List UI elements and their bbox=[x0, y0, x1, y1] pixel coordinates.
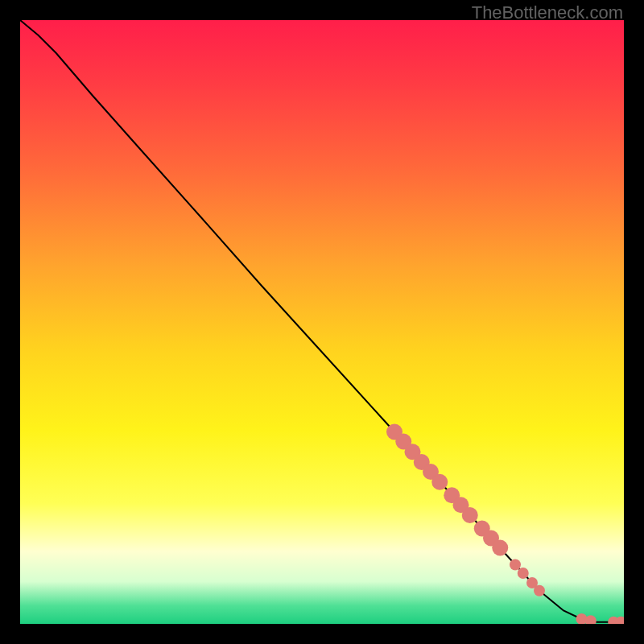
marker-point bbox=[492, 540, 508, 556]
chart-svg bbox=[20, 20, 624, 624]
gradient-background bbox=[20, 20, 624, 624]
marker-point bbox=[431, 474, 448, 490]
marker-point bbox=[534, 585, 545, 597]
marker-point bbox=[518, 568, 529, 579]
marker-point bbox=[462, 507, 478, 523]
marker-point bbox=[510, 559, 521, 571]
chart-plot-area bbox=[20, 20, 624, 624]
